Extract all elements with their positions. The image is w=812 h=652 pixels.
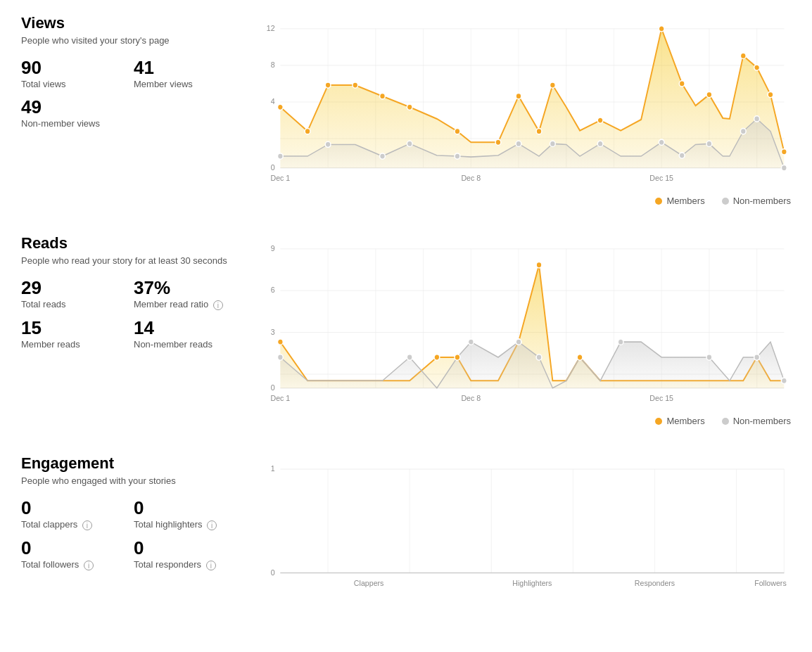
total-clappers-label: Total clappers i <box>21 519 120 530</box>
svg-text:6: 6 <box>271 286 275 294</box>
reads-left: Reads People who read your story for at … <box>21 234 246 426</box>
member-reads-label: Member reads <box>21 339 120 350</box>
svg-text:Dec 8: Dec 8 <box>461 174 481 182</box>
page: Views People who visited your story's pa… <box>0 0 812 652</box>
total-responders-value: 0 <box>134 537 232 559</box>
total-responders-label: Total responders i <box>134 559 232 570</box>
total-followers-stat: 0 Total followers i <box>21 537 120 570</box>
svg-point-36 <box>740 53 746 58</box>
svg-text:0: 0 <box>271 163 275 172</box>
total-highlighters-label: Total highlighters i <box>134 519 232 530</box>
svg-point-40 <box>278 153 284 159</box>
views-chart-svg: 12 8 4 0 <box>246 14 791 190</box>
engagement-title: Engagement <box>21 454 232 473</box>
reads-non-members-label: Non-members <box>733 416 791 426</box>
member-read-ratio-info-icon[interactable]: i <box>213 300 223 310</box>
engagement-stats: 0 Total clappers i 0 Total highlighters … <box>21 497 232 570</box>
reads-legend-non-members: Non-members <box>722 416 791 426</box>
engagement-chart: 1 0 Clappers Highlighters Responders <box>246 454 791 595</box>
svg-point-79 <box>434 354 440 360</box>
member-read-ratio-stat: 37% Member read ratio i <box>134 277 232 310</box>
svg-text:0: 0 <box>271 383 275 392</box>
total-responders-stat: 0 Total responders i <box>134 537 232 570</box>
svg-text:9: 9 <box>271 244 275 253</box>
svg-point-34 <box>679 81 685 87</box>
engagement-section: Engagement People who engaged with your … <box>21 454 791 595</box>
non-member-views-value: 49 <box>21 96 120 118</box>
total-clappers-value: 0 <box>21 497 120 519</box>
highlighters-info-icon[interactable]: i <box>207 520 217 530</box>
svg-text:1: 1 <box>271 464 275 473</box>
svg-point-52 <box>754 116 760 122</box>
views-left: Views People who visited your story's pa… <box>21 14 246 206</box>
followers-info-icon[interactable]: i <box>84 561 94 570</box>
svg-point-31 <box>550 82 556 88</box>
views-stats: 90 Total views 41 Member views 49 Non-me… <box>21 57 232 129</box>
engagement-left: Engagement People who engaged with your … <box>21 454 246 595</box>
clappers-info-icon[interactable]: i <box>82 520 92 530</box>
svg-point-38 <box>768 91 773 97</box>
views-title: Views <box>21 14 232 32</box>
total-reads-value: 29 <box>21 277 120 299</box>
non-member-reads-label: Non-member reads <box>134 339 232 350</box>
reads-right: 9 6 3 0 <box>246 234 791 426</box>
svg-point-93 <box>754 354 760 360</box>
svg-text:Clappers: Clappers <box>354 579 384 587</box>
svg-point-27 <box>455 129 460 134</box>
svg-text:0: 0 <box>271 568 275 576</box>
svg-point-37 <box>754 65 760 70</box>
member-read-ratio-value: 37% <box>134 277 232 299</box>
svg-point-22 <box>305 129 310 134</box>
svg-text:12: 12 <box>267 24 275 32</box>
svg-point-91 <box>618 339 623 345</box>
svg-point-26 <box>407 104 412 110</box>
reads-legend-members: Members <box>655 416 704 426</box>
svg-point-21 <box>278 104 284 110</box>
total-views-stat: 90 Total views <box>21 57 120 89</box>
svg-point-78 <box>278 339 284 345</box>
svg-point-41 <box>325 141 331 147</box>
svg-point-44 <box>455 153 460 159</box>
svg-point-86 <box>278 354 284 360</box>
svg-text:Dec 1: Dec 1 <box>270 174 290 182</box>
member-reads-stat: 15 Member reads <box>21 317 120 350</box>
views-right: 12 8 4 0 <box>246 14 791 206</box>
svg-text:Dec 15: Dec 15 <box>649 394 673 402</box>
svg-point-83 <box>577 354 583 360</box>
views-section: Views People who visited your story's pa… <box>21 14 791 206</box>
views-legend: Members Non-members <box>246 196 791 206</box>
svg-point-87 <box>407 354 412 360</box>
reads-chart-svg: 9 6 3 0 <box>246 234 791 410</box>
svg-point-39 <box>781 149 787 155</box>
non-member-reads-value: 14 <box>134 317 232 339</box>
reads-non-members-dot <box>722 418 729 425</box>
legend-non-members: Non-members <box>722 196 791 206</box>
svg-point-35 <box>706 91 712 97</box>
svg-point-80 <box>455 354 460 360</box>
svg-point-24 <box>353 82 358 88</box>
responders-info-icon[interactable]: i <box>206 561 216 570</box>
total-views-label: Total views <box>21 79 120 89</box>
total-reads-stat: 29 Total reads <box>21 277 120 310</box>
svg-text:Responders: Responders <box>635 579 675 587</box>
member-read-ratio-label: Member read ratio i <box>134 299 232 310</box>
member-views-value: 41 <box>134 57 232 79</box>
non-member-reads-stat: 14 Non-member reads <box>134 317 232 350</box>
svg-text:3: 3 <box>271 327 275 335</box>
svg-point-28 <box>495 139 501 145</box>
engagement-right: 1 0 Clappers Highlighters Responders <box>246 454 791 595</box>
svg-point-82 <box>536 262 542 268</box>
total-highlighters-stat: 0 Total highlighters i <box>134 497 232 530</box>
reads-members-dot <box>655 418 662 425</box>
member-reads-value: 15 <box>21 317 120 339</box>
member-views-label: Member views <box>134 79 232 89</box>
reads-legend: Members Non-members <box>246 416 791 426</box>
non-member-views-stat: 49 Non-member views <box>21 96 120 129</box>
members-legend-label: Members <box>666 196 704 206</box>
svg-point-94 <box>781 378 787 383</box>
total-views-value: 90 <box>21 57 120 79</box>
svg-point-90 <box>536 354 542 360</box>
non-member-views-label: Non-member views <box>21 118 120 129</box>
reads-section: Reads People who read your story for at … <box>21 234 791 426</box>
engagement-chart-svg: 1 0 Clappers Highlighters Responders <box>246 454 791 595</box>
